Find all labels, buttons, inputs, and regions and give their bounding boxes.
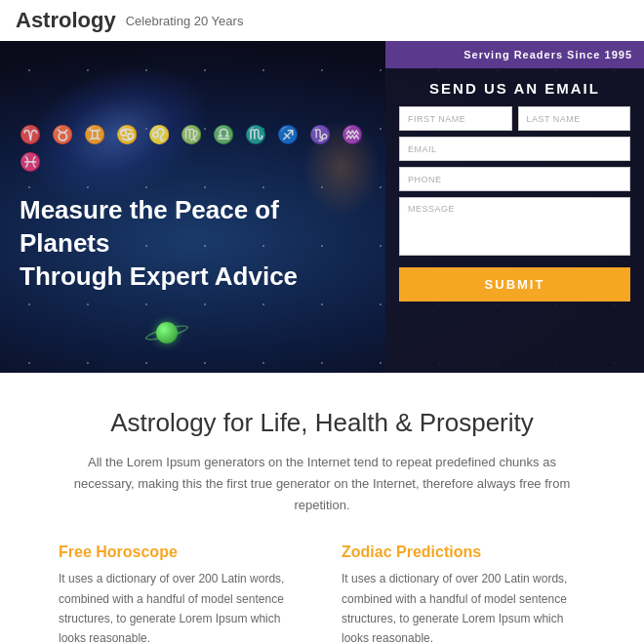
two-column-section: Free Horoscope It uses a dictionary of o… xyxy=(59,543,585,644)
site-header: Astrology Celebrating 20 Years xyxy=(0,0,644,41)
main-section-title: Astrology for Life, Health & Prosperity xyxy=(59,408,585,438)
form-title: SEND US AN EMAIL xyxy=(399,80,630,97)
phone-row xyxy=(399,167,630,191)
name-row xyxy=(399,106,630,131)
first-name-input[interactable] xyxy=(399,106,512,131)
col2-text: It uses a dictionary of over 200 Latin w… xyxy=(342,569,585,644)
submit-button[interactable]: SUBMIT xyxy=(399,267,630,302)
form-area: SEND US AN EMAIL SUBMIT xyxy=(385,68,644,373)
main-description: All the Lorem Ipsum generators on the In… xyxy=(68,452,576,516)
last-name-input[interactable] xyxy=(518,106,631,131)
message-textarea[interactable] xyxy=(399,197,630,256)
col-horoscope: Free Horoscope It uses a dictionary of o… xyxy=(59,543,302,644)
main-content: Astrology for Life, Health & Prosperity … xyxy=(0,373,644,644)
col1-text: It uses a dictionary of over 200 Latin w… xyxy=(59,569,302,644)
col1-title: Free Horoscope xyxy=(59,543,302,561)
col2-title: Zodiac Predictions xyxy=(342,543,585,561)
hero-headline: Measure the Peace of Planets Through Exp… xyxy=(20,194,366,293)
planet-decoration xyxy=(156,322,178,343)
phone-input[interactable] xyxy=(399,167,630,191)
col-zodiac: Zodiac Predictions It uses a dictionary … xyxy=(342,543,585,644)
site-tagline: Celebrating 20 Years xyxy=(126,14,244,28)
site-logo: Astrology xyxy=(16,8,116,33)
email-row xyxy=(399,137,630,161)
zodiac-symbols: ♈ ♉ ♊ ♋ ♌ ♍ ♎ ♏ ♐ ♑ ♒ ♓ xyxy=(20,121,366,178)
hero-section: ♈ ♉ ♊ ♋ ♌ ♍ ♎ ♏ ♐ ♑ ♒ ♓ Measure the Peac… xyxy=(0,41,644,373)
sidebar-banner: Serving Readers Since 1995 xyxy=(385,41,644,68)
hero-content: ♈ ♉ ♊ ♋ ♌ ♍ ♎ ♏ ♐ ♑ ♒ ♓ Measure the Peac… xyxy=(0,41,385,373)
email-input[interactable] xyxy=(399,137,630,161)
contact-sidebar: Serving Readers Since 1995 SEND US AN EM… xyxy=(385,41,644,373)
